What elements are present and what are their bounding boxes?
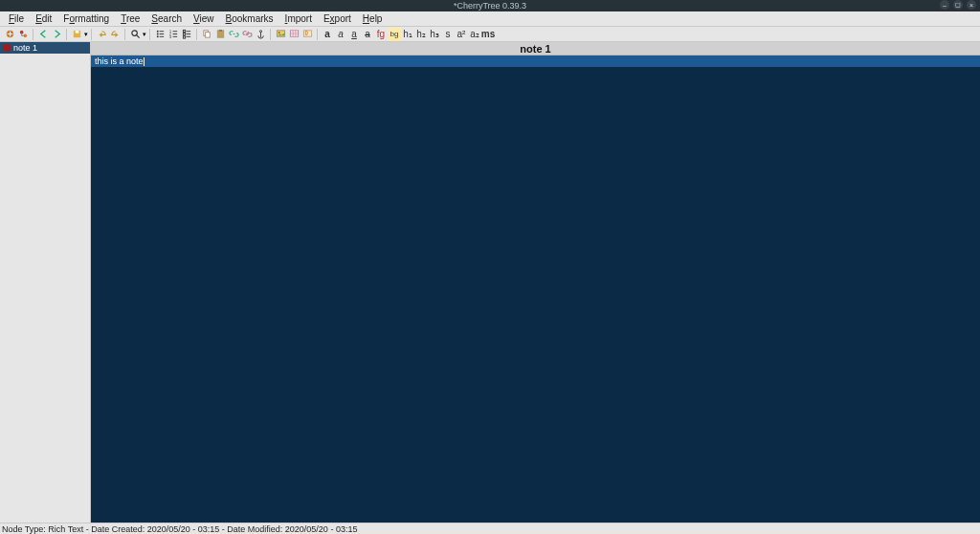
find-icon[interactable]	[128, 28, 142, 41]
h1-icon[interactable]: h₁	[401, 28, 414, 41]
window-title: *CherryTree 0.39.3	[454, 1, 526, 11]
small-icon[interactable]: s	[441, 28, 455, 41]
add-node-icon[interactable]	[3, 28, 16, 41]
svg-rect-25	[205, 33, 210, 38]
editor-line[interactable]: this is a note	[91, 56, 980, 67]
codebox-icon[interactable]: {}	[301, 28, 314, 41]
subscript-icon[interactable]: a₂	[468, 28, 481, 41]
svg-rect-21	[186, 33, 190, 34]
undo-icon[interactable]	[95, 28, 108, 41]
menu-import[interactable]: Import	[280, 12, 317, 25]
svg-rect-31	[290, 31, 298, 36]
svg-text:3: 3	[168, 35, 170, 39]
menubar: File Edit Formatting Tree Search View Bo…	[0, 11, 980, 27]
nav-forward-icon[interactable]	[50, 28, 63, 41]
svg-point-10	[156, 35, 158, 37]
svg-point-8	[156, 33, 158, 35]
svg-rect-4	[75, 31, 78, 33]
find-dropdown-icon[interactable]: ▾	[143, 31, 146, 38]
bold-icon[interactable]: a	[321, 28, 334, 41]
svg-rect-15	[172, 33, 177, 34]
svg-point-28	[259, 31, 261, 33]
number-list-icon[interactable]: 123	[167, 28, 180, 41]
svg-rect-17	[172, 36, 177, 37]
link-edit-icon[interactable]	[240, 28, 254, 41]
svg-point-2	[23, 34, 27, 38]
h3-icon[interactable]: h₃	[428, 28, 441, 41]
node-header-title: note 1	[520, 43, 550, 55]
svg-point-30	[278, 32, 279, 33]
window-minimize-button[interactable]: –	[940, 0, 949, 10]
svg-rect-13	[172, 31, 177, 32]
menu-file[interactable]: File	[4, 12, 29, 25]
redo-icon[interactable]	[108, 28, 122, 41]
text-caret	[144, 57, 145, 66]
underline-icon[interactable]: a	[347, 28, 361, 41]
anchor-icon[interactable]	[254, 28, 267, 41]
tree-node-label: note 1	[13, 43, 37, 53]
editor[interactable]: this is a note	[91, 56, 980, 523]
window-titlebar: *CherryTree 0.39.3 – ◻ ×	[0, 0, 980, 11]
superscript-icon[interactable]: a²	[455, 28, 468, 41]
svg-rect-22	[183, 36, 185, 38]
todo-list-icon[interactable]	[180, 28, 193, 41]
menu-bookmarks[interactable]: Bookmarks	[221, 12, 278, 25]
svg-rect-23	[186, 36, 190, 37]
strike-icon[interactable]: a	[361, 28, 374, 41]
svg-rect-7	[159, 31, 164, 32]
menu-edit[interactable]: Edit	[31, 12, 56, 25]
svg-rect-18	[183, 30, 185, 32]
svg-rect-20	[183, 33, 185, 35]
svg-rect-26	[217, 31, 223, 37]
menu-formatting[interactable]: Formatting	[58, 12, 114, 25]
bullet-list-icon[interactable]	[153, 28, 167, 41]
italic-icon[interactable]: a	[334, 28, 347, 41]
svg-rect-11	[159, 36, 164, 37]
window-maximize-button[interactable]: ◻	[953, 0, 963, 10]
tree-node[interactable]: note 1	[0, 42, 90, 54]
menu-export[interactable]: Export	[319, 12, 356, 25]
svg-rect-9	[159, 33, 164, 34]
svg-point-6	[156, 31, 158, 33]
h2-icon[interactable]: h₂	[414, 28, 428, 41]
menu-search[interactable]: Search	[146, 12, 187, 25]
node-icon	[3, 44, 11, 52]
bg-color-icon[interactable]: bg	[388, 28, 401, 41]
add-child-node-icon[interactable]	[16, 28, 30, 41]
svg-point-1	[19, 31, 23, 34]
statusbar: Node Type: Rich Text - Date Created: 202…	[0, 523, 980, 534]
table-icon[interactable]	[287, 28, 301, 41]
nav-back-icon[interactable]	[36, 28, 50, 41]
link-icon[interactable]	[227, 28, 240, 41]
menu-tree[interactable]: Tree	[116, 12, 145, 25]
save-icon[interactable]	[70, 28, 83, 41]
svg-point-5	[131, 31, 137, 35]
save-dropdown-icon[interactable]: ▾	[84, 31, 88, 38]
paste-icon[interactable]	[213, 28, 227, 41]
svg-rect-19	[186, 31, 190, 32]
svg-text:{}: {}	[304, 31, 308, 35]
copy-icon[interactable]	[200, 28, 213, 41]
fg-color-icon[interactable]: fg	[374, 28, 388, 41]
status-text: Node Type: Rich Text - Date Created: 202…	[2, 524, 357, 534]
menu-view[interactable]: View	[189, 12, 219, 25]
node-header: note 1	[91, 42, 980, 56]
monospace-icon[interactable]: ms	[481, 28, 495, 41]
tree-sidebar[interactable]: note 1	[0, 42, 91, 523]
window-close-button[interactable]: ×	[967, 0, 976, 10]
menu-help[interactable]: Help	[358, 12, 388, 25]
main-area: note 1 note 1 this is a note	[0, 42, 980, 523]
toolbar: ▾ ▾ 123 {} a a a a fg bg h₁ h₂ h₃ s a² a…	[0, 27, 980, 42]
content-area: note 1 this is a note	[91, 42, 980, 523]
editor-text: this is a note	[95, 56, 144, 66]
svg-rect-27	[219, 30, 222, 32]
image-icon[interactable]	[274, 28, 287, 41]
